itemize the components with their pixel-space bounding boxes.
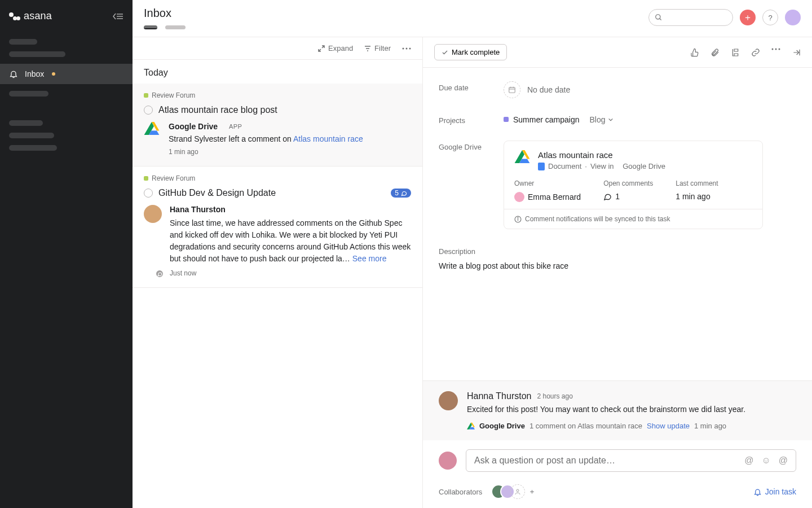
complete-circle-icon[interactable] xyxy=(144,189,153,198)
project-chip[interactable]: Summer campaign Blog xyxy=(504,114,614,125)
comment-text: Excited for this post! You may want to c… xyxy=(467,405,796,414)
section-dropdown[interactable]: Blog xyxy=(590,115,614,124)
project-color-icon xyxy=(504,117,509,122)
description-label: Description xyxy=(439,247,796,256)
comment-icon xyxy=(603,192,612,201)
nav-placeholder xyxy=(9,91,48,97)
svg-point-3 xyxy=(656,15,660,19)
thumbs-up-icon xyxy=(690,48,699,57)
google-drive-label: Google Drive xyxy=(439,141,504,229)
search-icon xyxy=(655,14,663,21)
calendar-icon xyxy=(504,81,520,98)
close-detail-button[interactable] xyxy=(792,48,801,57)
author-avatar xyxy=(144,205,162,223)
unread-dot-icon xyxy=(52,72,55,76)
drive-update-row: Google Drive 1 comment on Atlas mountain… xyxy=(467,422,796,430)
attach-button[interactable] xyxy=(710,48,720,57)
nav-placeholder xyxy=(9,39,37,45)
person-icon xyxy=(514,488,521,495)
sidebar: asana Inbox xyxy=(0,0,133,508)
expand-icon xyxy=(318,45,325,52)
svg-point-9 xyxy=(406,47,408,49)
nav-placeholder xyxy=(9,51,65,57)
due-date-field[interactable]: No due date xyxy=(504,81,570,98)
subtask-icon xyxy=(731,48,740,57)
join-task-button[interactable]: Join task xyxy=(753,487,796,496)
paperclip-icon xyxy=(710,48,720,57)
inbox-item-title: Atlas mountain race blog post xyxy=(158,105,277,115)
svg-point-11 xyxy=(772,48,774,50)
tab[interactable] xyxy=(165,25,186,29)
doc-link[interactable]: Atlas mountain race xyxy=(293,134,363,143)
task-more-button[interactable] xyxy=(771,48,780,57)
google-drive-icon xyxy=(514,150,530,164)
comment-count-badge[interactable]: 5 xyxy=(391,189,411,198)
inbox-section-header: Today xyxy=(133,60,422,84)
sidebar-item-inbox[interactable]: Inbox xyxy=(0,64,133,84)
comment-badge-icon xyxy=(155,269,164,278)
svg-point-21 xyxy=(517,489,519,492)
emoji-button[interactable]: ☺ xyxy=(761,456,770,466)
tab-active[interactable] xyxy=(144,25,157,29)
inbox-item[interactable]: Review Forum Atlas mountain race blog po… xyxy=(133,84,422,167)
google-drive-card[interactable]: Atlas mountain race Document · View in G… xyxy=(504,141,763,229)
nav-placeholder xyxy=(9,133,54,138)
comments-section: Hanna Thurston2 hours ago Excited for th… xyxy=(423,380,812,440)
more-button[interactable] xyxy=(402,44,411,52)
brand-name: asana xyxy=(24,10,52,22)
svg-rect-14 xyxy=(509,87,515,93)
project-color-icon xyxy=(144,176,148,181)
due-date-label: Due date xyxy=(439,81,504,98)
nav-placeholder xyxy=(9,145,57,151)
commenter-avatar xyxy=(439,391,458,410)
filter-button[interactable]: Filter xyxy=(364,44,391,52)
more-icon xyxy=(771,48,780,50)
complete-circle-icon[interactable] xyxy=(144,106,153,115)
mention-button[interactable]: @ xyxy=(744,456,753,466)
close-panel-icon xyxy=(792,48,801,57)
create-button[interactable]: ＋ xyxy=(740,10,756,25)
collaborators-label: Collaborators xyxy=(439,488,482,496)
drive-doc-title: Atlas mountain race xyxy=(538,150,665,160)
comment-input[interactable]: Ask a question or post an update… @ ☺ @ xyxy=(466,449,796,472)
subtask-button[interactable] xyxy=(731,48,740,57)
mention-button[interactable]: @ xyxy=(779,456,788,466)
google-drive-icon xyxy=(144,122,161,156)
mark-complete-button[interactable]: Mark complete xyxy=(434,44,507,60)
add-button[interactable]: ＋ xyxy=(528,487,536,497)
filter-icon xyxy=(364,45,371,52)
svg-point-12 xyxy=(775,48,777,50)
svg-point-13 xyxy=(779,48,780,50)
timestamp: Just now xyxy=(170,269,411,277)
svg-point-20 xyxy=(518,217,518,218)
like-button[interactable] xyxy=(690,48,699,57)
projects-label: Projects xyxy=(439,114,504,125)
link-icon xyxy=(751,48,760,57)
inbox-item[interactable]: Review Forum GitHub Dev & Design Update … xyxy=(133,167,422,288)
page-title: Inbox xyxy=(144,7,186,20)
inbox-item-title: GitHub Dev & Design Update xyxy=(158,188,276,198)
collapse-sidebar-icon[interactable] xyxy=(112,12,123,20)
see-more-link[interactable]: See more xyxy=(352,254,387,263)
expand-button[interactable]: Expand xyxy=(318,44,353,52)
task-detail-pane: Mark complete Due date No due date xyxy=(423,37,812,508)
show-update-link[interactable]: Show update xyxy=(647,422,690,430)
comment-icon xyxy=(401,190,407,196)
nav-placeholder xyxy=(9,120,43,126)
inbox-list: Expand Filter Today Review Forum Atlas m… xyxy=(133,37,423,508)
more-icon xyxy=(402,47,411,50)
asana-logo[interactable]: asana xyxy=(9,10,52,22)
info-icon xyxy=(514,216,522,223)
help-button[interactable]: ? xyxy=(762,10,778,25)
owner-avatar xyxy=(514,192,524,202)
google-drive-icon xyxy=(467,422,475,430)
copy-link-button[interactable] xyxy=(751,48,760,57)
search-input[interactable] xyxy=(648,9,733,26)
svg-line-4 xyxy=(660,19,661,20)
tab-strip xyxy=(144,25,186,29)
sidebar-inbox-label: Inbox xyxy=(25,69,44,78)
add-collaborator-button[interactable] xyxy=(510,484,525,499)
timestamp: 1 min ago xyxy=(169,148,411,156)
user-avatar[interactable] xyxy=(785,10,801,25)
description-text[interactable]: Write a blog post about this bike race xyxy=(439,261,796,270)
